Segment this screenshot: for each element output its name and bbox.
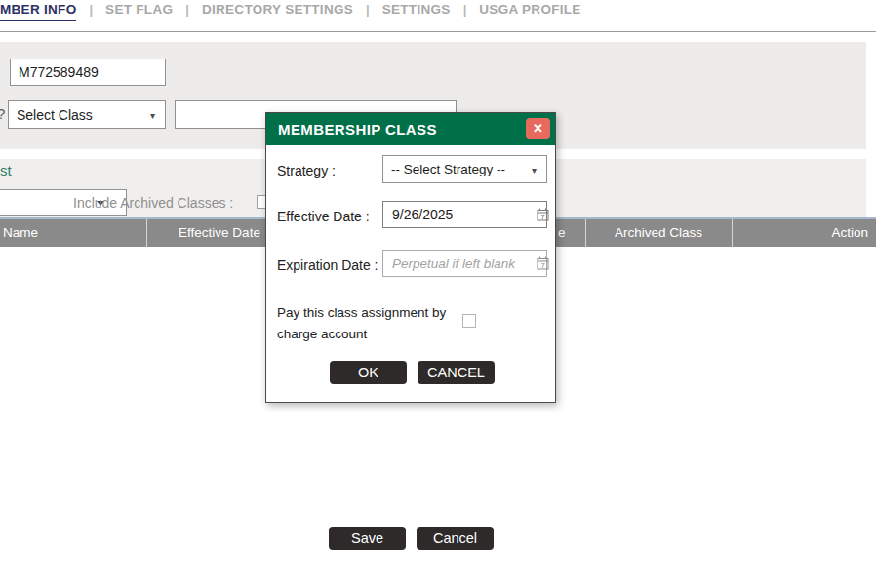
pay-by-charge-account-label: Pay this class assignment by charge acco… — [277, 302, 462, 344]
strategy-select-value: -- Select Strategy -- — [391, 162, 505, 176]
class-select[interactable]: Select Class ▾ — [8, 100, 166, 129]
nav-separator: | — [89, 2, 93, 17]
column-header-archived-class: Archived Class — [585, 219, 732, 247]
help-question-mark: ? — [0, 105, 5, 122]
effective-date-label: Effective Date : — [277, 209, 370, 224]
modal-title: MEMBERSHIP CLASS — [278, 113, 437, 145]
effective-date-input[interactable] — [382, 201, 547, 228]
include-archived-label: Include Archived Classes : — [73, 195, 233, 211]
modal-header: MEMBERSHIP CLASS ✕ — [266, 113, 555, 145]
cancel-button[interactable]: Cancel — [417, 527, 494, 550]
nav-separator: | — [366, 2, 370, 17]
nav-separator: | — [185, 2, 189, 17]
tab-directory-settings[interactable]: DIRECTORY SETTINGS — [202, 2, 353, 20]
tab-member-info[interactable]: MBER INFO — [0, 2, 76, 21]
strategy-select[interactable]: -- Select Strategy -- ▾ — [382, 155, 547, 183]
membership-class-modal: MEMBERSHIP CLASS ✕ Strategy : -- Select … — [265, 112, 556, 403]
chevron-down-icon: ▾ — [150, 109, 155, 120]
column-header-hidden-remnant: e — [558, 219, 566, 247]
member-number-input[interactable] — [10, 59, 166, 86]
modal-cancel-button[interactable]: CANCEL — [418, 361, 495, 384]
strategy-label: Strategy : — [277, 163, 336, 178]
expiration-date-input[interactable] — [382, 250, 547, 277]
top-nav: MBER INFO | SET FLAG | DIRECTORY SETTING… — [0, 2, 581, 21]
tab-usga-profile[interactable]: USGA PROFILE — [479, 2, 580, 20]
chevron-down-icon: ▾ — [532, 164, 537, 175]
save-button[interactable]: Save — [329, 527, 406, 550]
expiration-date-label: Expiration Date : — [277, 257, 378, 273]
nav-divider-line — [0, 31, 876, 32]
tab-settings[interactable]: SETTINGS — [382, 2, 451, 20]
class-select-value: Select Class — [17, 107, 93, 123]
pay-by-charge-account-checkbox[interactable] — [462, 314, 476, 328]
class-list-heading-fragment: st — [0, 162, 12, 178]
nav-separator: | — [463, 2, 467, 17]
column-header-action: Action — [732, 219, 868, 247]
column-header-name: Name — [3, 219, 38, 247]
tab-set-flag[interactable]: SET FLAG — [105, 2, 173, 20]
ok-button[interactable]: OK — [330, 361, 407, 384]
close-icon[interactable]: ✕ — [526, 118, 550, 139]
